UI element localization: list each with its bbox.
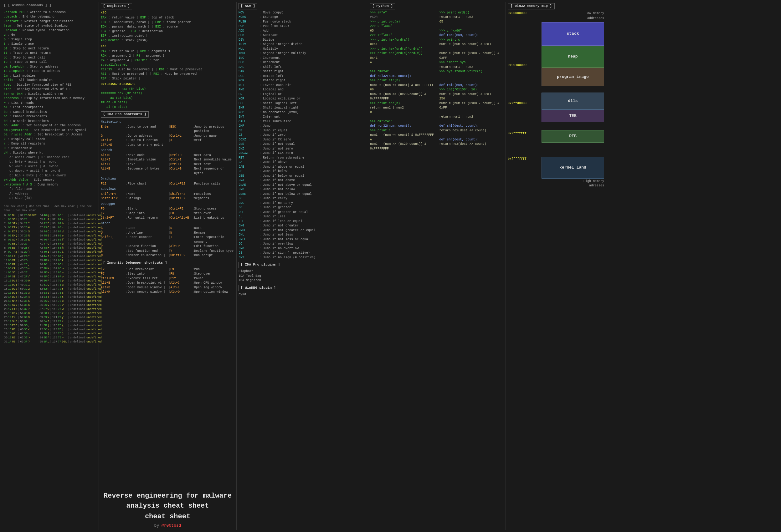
hex-table-section: dec hex char | dec hex char | dec hex ch…: [4, 205, 97, 344]
windbg-section: [ [ WinDBG commands ] ] .attach PID : At…: [4, 3, 97, 201]
col-asm: [ ASM ]MOV : Move (copy)XCHG : ExchangeP…: [237, 2, 368, 530]
col-windbg: [ [ WinDBG commands ] ] .attach PID : At…: [2, 2, 99, 530]
sub-title: cheat sheet: [101, 512, 235, 522]
hex-table: dec hex char | dec hex char | dec hex ch…: [4, 205, 97, 344]
ida-section: { IDA Pro shortcuts }Navigation:Enter : …: [101, 109, 235, 258]
windbg-commands-list: .attach PID : Attach to a process.detach…: [4, 10, 97, 201]
by-line: by @r00tbsd: [101, 523, 235, 529]
main-title: Reverse engineering for malware analysis…: [101, 491, 235, 511]
registers-section: [ Registers ]x86EAX : return value | ESP…: [101, 3, 235, 109]
immunity-section: [ Immunity Debugger shortcuts ]F2 : Set …: [101, 258, 235, 295]
memmap-section: [ Win32 memory map ]0x000000000x00400000…: [508, 3, 777, 188]
asm-section: [ ASM ]MOV : Move (copy)XCHG : ExchangeP…: [239, 3, 366, 297]
author-handle: @r00tbsd: [162, 523, 181, 528]
col-python: [ Python ]>>> a="A"#XOR>>> print ord(a)>…: [368, 2, 506, 530]
page-container: [ [ WinDBG commands ] ] .attach PID : At…: [0, 0, 781, 532]
col-memmap: [ Win32 memory map ]0x000000000x00400000…: [506, 2, 779, 530]
python-section: [ Python ]>>> a="A"#XOR>>> print ord(a)>…: [370, 3, 504, 151]
col-registers: [ Registers ]x86EAX : return value | ESP…: [99, 2, 237, 530]
windbg-header: [ [ WinDBG commands ] ]: [4, 3, 97, 9]
